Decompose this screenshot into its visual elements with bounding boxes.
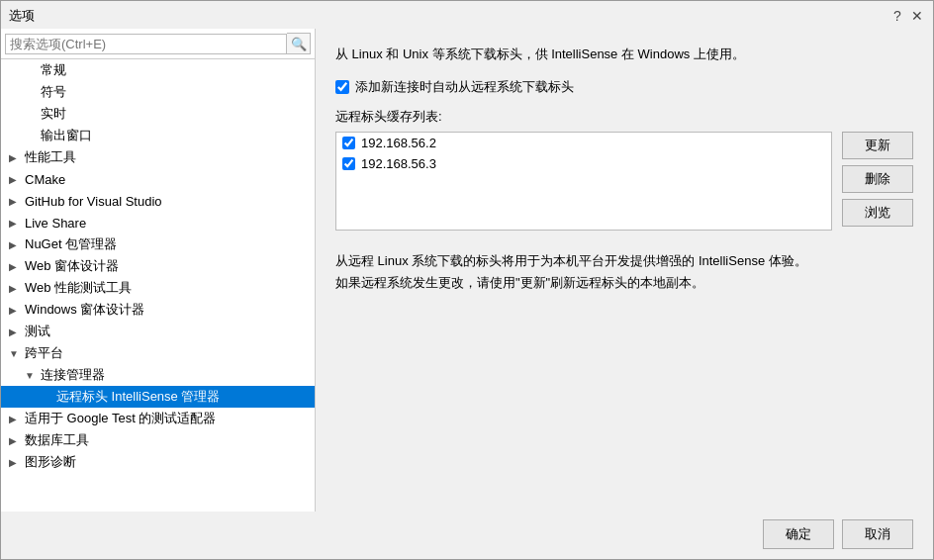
help-button[interactable]: ? <box>889 8 905 24</box>
tree-item-label: CMake <box>25 172 311 187</box>
tree-arrow-icon: ▶ <box>9 218 25 229</box>
tree-arrow-icon: ▶ <box>9 174 25 185</box>
close-button[interactable]: ✕ <box>909 8 925 24</box>
tree-item-label: 测试 <box>25 323 311 340</box>
dialog: 选项 ? ✕ 🔍 常规符号实时输出窗口▶性能工具▶CMake▶GitHub fo… <box>0 0 934 560</box>
tree-item[interactable]: ▶NuGet 包管理器 <box>1 233 315 255</box>
tree-item-label: GitHub for Visual Studio <box>25 194 311 209</box>
list-label: 远程标头缓存列表: <box>335 108 913 126</box>
tree-item[interactable]: ▶Web 性能测试工具 <box>1 277 315 299</box>
tree-item[interactable]: ▶数据库工具 <box>1 429 315 451</box>
dialog-body: 🔍 常规符号实时输出窗口▶性能工具▶CMake▶GitHub for Visua… <box>1 29 933 512</box>
tree-item[interactable]: 实时 <box>1 103 315 125</box>
delete-button[interactable]: 删除 <box>842 165 913 193</box>
tree-item-label: 输出窗口 <box>41 127 311 144</box>
list-and-buttons: 192.168.56.2192.168.56.3 更新 删除 浏览 <box>335 132 913 231</box>
tree-arrow-icon: ▶ <box>9 152 25 163</box>
ip-label: 192.168.56.3 <box>361 156 436 171</box>
tree-item[interactable]: ▶测试 <box>1 321 315 342</box>
right-panel: 从 Linux 和 Unix 等系统下载标头，供 IntelliSense 在 … <box>316 29 933 512</box>
tree-arrow-icon: ▼ <box>25 370 41 381</box>
tree-item[interactable]: ▼跨平台 <box>1 342 315 364</box>
tree-arrow-icon: ▶ <box>9 196 25 207</box>
tree-arrow-icon: ▶ <box>9 435 25 446</box>
tree-item-label: Web 性能测试工具 <box>25 279 311 297</box>
tree-item-label: 图形诊断 <box>25 453 311 471</box>
ip-list-item[interactable]: 192.168.56.2 <box>336 133 831 153</box>
search-box: 🔍 <box>1 29 315 59</box>
tree-item-label: 连接管理器 <box>41 366 311 384</box>
cancel-button[interactable]: 取消 <box>842 519 913 549</box>
title-bar: 选项 ? ✕ <box>1 1 933 29</box>
tree-arrow-icon: ▶ <box>9 414 25 424</box>
ok-button[interactable]: 确定 <box>763 519 834 549</box>
tree-item-label: NuGet 包管理器 <box>25 235 311 253</box>
auto-download-row: 添加新连接时自动从远程系统下载标头 <box>335 78 913 96</box>
side-buttons: 更新 删除 浏览 <box>842 132 913 231</box>
tree-item[interactable]: 远程标头 IntelliSense 管理器 <box>1 386 315 408</box>
tree-item[interactable]: 符号 <box>1 81 315 103</box>
tree-item-label: 常规 <box>41 61 311 79</box>
ip-checkbox[interactable] <box>342 137 355 149</box>
tree-item[interactable]: ▼连接管理器 <box>1 364 315 386</box>
tree-item[interactable]: ▶GitHub for Visual Studio <box>1 190 315 212</box>
tree-item-label: 符号 <box>41 83 311 101</box>
auto-download-checkbox[interactable] <box>335 80 349 94</box>
update-button[interactable]: 更新 <box>842 132 913 159</box>
left-panel: 🔍 常规符号实时输出窗口▶性能工具▶CMake▶GitHub for Visua… <box>1 29 316 512</box>
tree-container[interactable]: 常规符号实时输出窗口▶性能工具▶CMake▶GitHub for Visual … <box>1 59 315 512</box>
tree-item[interactable]: ▶Windows 窗体设计器 <box>1 299 315 321</box>
ip-label: 192.168.56.2 <box>361 136 436 150</box>
description-top: 从 Linux 和 Unix 等系统下载标头，供 IntelliSense 在 … <box>335 45 913 64</box>
ip-list-item[interactable]: 192.168.56.3 <box>336 153 831 174</box>
tree-arrow-icon: ▶ <box>9 305 25 316</box>
tree-arrow-icon: ▼ <box>9 348 25 359</box>
ip-list[interactable]: 192.168.56.2192.168.56.3 <box>335 132 832 231</box>
footer: 确定 取消 <box>1 512 933 559</box>
ip-checkbox[interactable] <box>342 157 355 170</box>
tree-arrow-icon: ▶ <box>9 327 25 337</box>
tree-arrow-icon: ▶ <box>9 283 25 294</box>
dialog-title: 选项 <box>9 7 35 25</box>
tree-item-label: 实时 <box>41 105 311 123</box>
tree-item[interactable]: ▶性能工具 <box>1 146 315 168</box>
tree-arrow-icon: ▶ <box>9 261 25 272</box>
tree-item[interactable]: ▶适用于 Google Test 的测试适配器 <box>1 408 315 429</box>
tree-item-label: 性能工具 <box>25 148 311 166</box>
tree-item-label: Web 窗体设计器 <box>25 257 311 275</box>
tree-item-label: 远程标头 IntelliSense 管理器 <box>56 388 311 406</box>
search-input[interactable] <box>5 34 287 54</box>
browse-button[interactable]: 浏览 <box>842 199 913 227</box>
tree-item-label: 适用于 Google Test 的测试适配器 <box>25 410 311 427</box>
auto-download-label: 添加新连接时自动从远程系统下载标头 <box>355 78 574 96</box>
tree-arrow-icon: ▶ <box>9 239 25 250</box>
tree-arrow-icon: ▶ <box>9 457 25 468</box>
tree-item[interactable]: ▶图形诊断 <box>1 451 315 473</box>
search-button[interactable]: 🔍 <box>287 33 311 54</box>
tree-item[interactable]: ▶Live Share <box>1 212 315 233</box>
tree-item[interactable]: 常规 <box>1 59 315 81</box>
tree-item-label: Live Share <box>25 216 311 231</box>
tree-item-label: Windows 窗体设计器 <box>25 301 311 319</box>
tree-item-label: 数据库工具 <box>25 431 311 449</box>
tree-item[interactable]: 输出窗口 <box>1 125 315 146</box>
tree-item-label: 跨平台 <box>25 344 311 362</box>
tree-item[interactable]: ▶Web 窗体设计器 <box>1 255 315 277</box>
tree-item[interactable]: ▶CMake <box>1 168 315 190</box>
description-bottom: 从远程 Linux 系统下载的标头将用于为本机平台开发提供增强的 Intelli… <box>335 250 913 294</box>
title-bar-controls: ? ✕ <box>889 8 925 24</box>
